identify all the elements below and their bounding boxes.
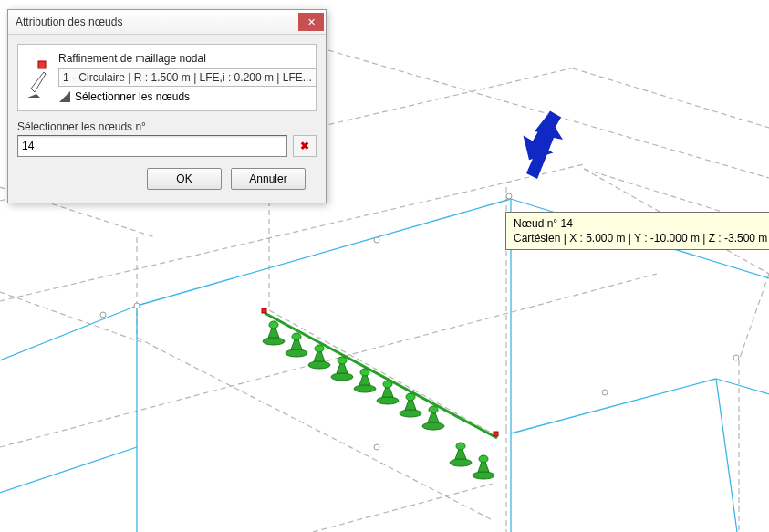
section-header: Sélectionner les nœuds n°: [17, 120, 317, 133]
svg-line-19: [137, 199, 511, 306]
svg-line-8: [269, 310, 493, 433]
ok-button[interactable]: OK: [147, 168, 222, 190]
svg-point-29: [374, 237, 379, 243]
clear-icon: ✖: [300, 140, 309, 152]
svg-point-34: [733, 355, 739, 360]
svg-rect-43: [38, 61, 46, 68]
svg-line-14: [739, 274, 769, 360]
svg-line-27: [0, 447, 137, 493]
svg-rect-37: [494, 432, 498, 436]
triangle-icon: [58, 90, 71, 103]
svg-line-24: [716, 379, 769, 394]
clear-button[interactable]: ✖: [293, 135, 317, 157]
svg-line-11: [573, 68, 769, 128]
svg-point-35: [374, 444, 379, 450]
close-button[interactable]: ✕: [298, 13, 324, 31]
svg-line-1: [0, 292, 141, 342]
dialog-title: Attribution des nœuds: [16, 16, 298, 28]
refinement-dropdown[interactable]: 1 - Circulaire | R : 1.500 m | LFE,i : 0…: [58, 68, 317, 87]
svg-line-17: [313, 484, 493, 532]
svg-line-28: [265, 313, 497, 438]
tooltip-line1: Nœud n° 14: [514, 216, 767, 231]
svg-rect-36: [262, 308, 266, 313]
svg-marker-45: [59, 91, 70, 102]
callout-arrow-icon: [506, 108, 570, 199]
refinement-panel: Raffinement de maillage nodal 1 - Circul…: [17, 44, 317, 111]
dialog-titlebar[interactable]: Attribution des nœuds ✕: [8, 10, 326, 35]
node-tooltip: Nœud n° 14 Cartésien | X : 5.000 m | Y :…: [505, 212, 769, 250]
node-refinement-icon: [26, 56, 58, 99]
node-number-input[interactable]: [17, 135, 287, 157]
svg-line-23: [511, 379, 716, 433]
svg-point-31: [100, 312, 106, 318]
tooltip-line2: Cartésien | X : 5.000 m | Y : -10.000 m …: [514, 231, 767, 245]
svg-marker-44: [27, 94, 40, 98]
close-icon: ✕: [307, 16, 316, 28]
svg-point-30: [134, 303, 140, 308]
refinement-label: Raffinement de maillage nodal: [58, 52, 317, 65]
assign-nodes-dialog: Attribution des nœuds ✕ Raffinement de m…: [7, 9, 327, 203]
svg-point-33: [602, 390, 608, 395]
cancel-button[interactable]: Annuler: [231, 168, 306, 190]
select-nodes-label: Sélectionner les nœuds: [75, 90, 190, 103]
svg-line-25: [716, 379, 737, 532]
